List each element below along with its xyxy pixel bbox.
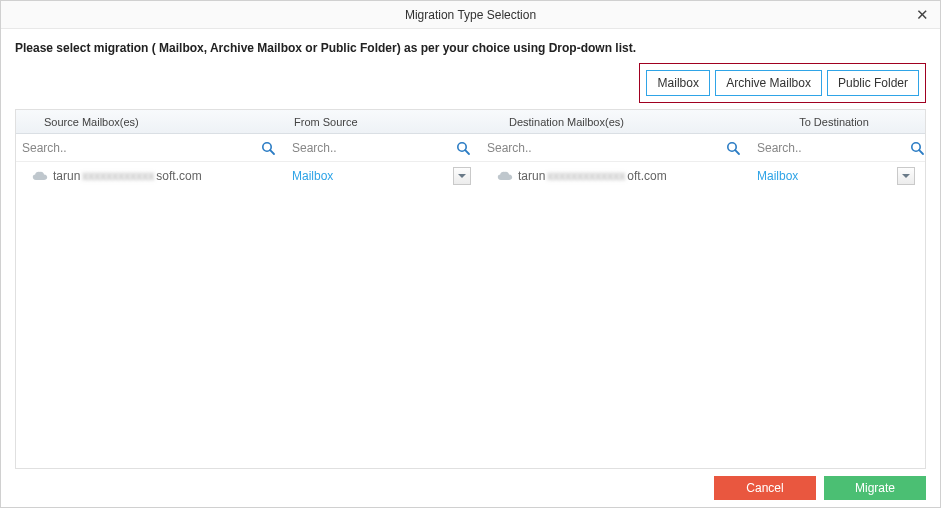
col-header-to-destination: To Destination — [751, 110, 925, 133]
cloud-icon — [32, 170, 48, 182]
cell-from-source[interactable]: Mailbox — [286, 162, 481, 190]
dialog-footer: Cancel Migrate — [1, 469, 940, 507]
window-title: Migration Type Selection — [405, 8, 536, 22]
close-icon[interactable]: ✕ — [910, 3, 934, 27]
dest-mailbox-value: tarunxxxxxxxxxxxxxoft.com — [518, 169, 667, 183]
search-input-from-source[interactable] — [290, 138, 455, 158]
search-input-to-destination[interactable] — [755, 138, 909, 158]
col-header-from-source: From Source — [286, 110, 481, 133]
cell-source-mailbox: tarunxxxxxxxxxxxxsoft.com — [16, 162, 286, 190]
search-input-source-mailbox[interactable] — [20, 138, 260, 158]
search-cell-source-mailbox — [16, 134, 286, 161]
archive-mailbox-type-button[interactable]: Archive Mailbox — [715, 70, 822, 96]
migrate-button[interactable]: Migrate — [824, 476, 926, 500]
search-icon — [455, 140, 471, 156]
to-destination-value: Mailbox — [757, 169, 798, 183]
svg-line-1 — [270, 150, 274, 154]
search-input-dest-mailbox[interactable] — [485, 138, 725, 158]
search-cell-dest-mailbox — [481, 134, 751, 161]
public-folder-type-button[interactable]: Public Folder — [827, 70, 919, 96]
content-area: Please select migration ( Mailbox, Archi… — [1, 29, 940, 469]
titlebar: Migration Type Selection ✕ — [1, 1, 940, 29]
cloud-icon — [497, 170, 513, 182]
search-cell-from-source — [286, 134, 481, 161]
cancel-button[interactable]: Cancel — [714, 476, 816, 500]
svg-line-7 — [919, 150, 923, 154]
from-source-value: Mailbox — [292, 169, 333, 183]
instructions-text: Please select migration ( Mailbox, Archi… — [15, 41, 926, 55]
search-icon — [909, 140, 925, 156]
search-cell-to-destination — [751, 134, 926, 161]
search-icon — [260, 140, 276, 156]
chevron-down-icon — [458, 174, 466, 179]
type-button-group: Mailbox Archive Mailbox Public Folder — [639, 63, 926, 103]
source-mailbox-value: tarunxxxxxxxxxxxxsoft.com — [53, 169, 202, 183]
migration-dialog: Migration Type Selection ✕ Please select… — [0, 0, 941, 508]
svg-line-3 — [465, 150, 469, 154]
mailbox-type-button[interactable]: Mailbox — [646, 70, 710, 96]
search-row — [16, 134, 925, 162]
col-header-source-mailbox: Source Mailbox(es) — [16, 110, 286, 133]
cell-to-destination[interactable]: Mailbox — [751, 162, 925, 190]
from-source-dropdown[interactable] — [453, 167, 471, 185]
table-row: tarunxxxxxxxxxxxxsoft.com Mailbox tarunx… — [16, 162, 925, 190]
cell-dest-mailbox: tarunxxxxxxxxxxxxxoft.com — [481, 162, 751, 190]
svg-line-5 — [735, 150, 739, 154]
table-header: Source Mailbox(es) From Source Destinati… — [16, 110, 925, 134]
col-header-dest-mailbox: Destination Mailbox(es) — [481, 110, 751, 133]
search-icon — [725, 140, 741, 156]
mailbox-table: Source Mailbox(es) From Source Destinati… — [15, 109, 926, 469]
type-selection-row: Mailbox Archive Mailbox Public Folder — [15, 63, 926, 103]
to-destination-dropdown[interactable] — [897, 167, 915, 185]
table-body: tarunxxxxxxxxxxxxsoft.com Mailbox tarunx… — [16, 162, 925, 468]
chevron-down-icon — [902, 174, 910, 179]
